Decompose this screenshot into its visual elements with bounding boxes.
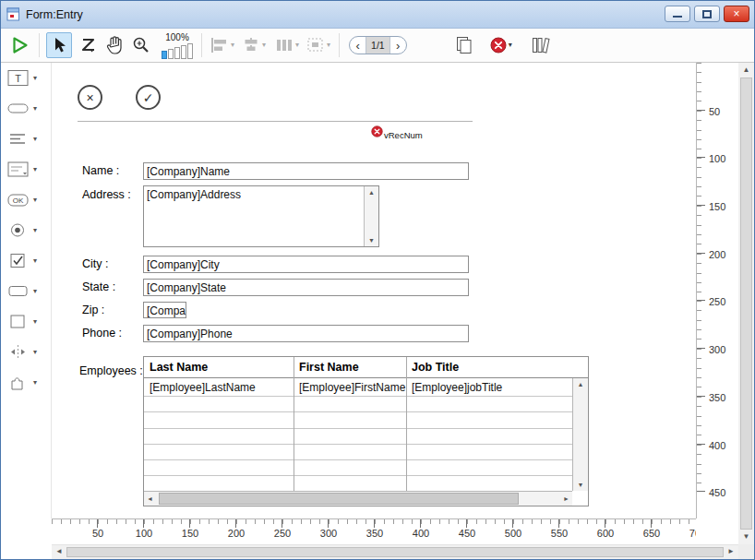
recnum-variable[interactable]: vRecNum [371,125,423,140]
chevron-down-icon[interactable]: ▾ [33,75,37,82]
chevron-down-icon[interactable]: ▾ [33,257,37,265]
scrollbar-thumb[interactable] [740,77,752,530]
listbox-vertical-scrollbar[interactable]: ▲ ▼ [572,378,588,491]
select-tool[interactable] [46,32,72,58]
database-icon [490,37,507,54]
window-vertical-scrollbar[interactable]: ▲ ▼ [738,63,754,544]
field-label-employees: Employees : [79,364,143,377]
checkbox-tool[interactable]: ▾ [1,245,51,276]
chevron-down-icon[interactable]: ▾ [262,42,266,49]
zoom-tool[interactable] [131,35,151,55]
scroll-down-icon[interactable]: ▼ [738,533,754,541]
field-input-phone[interactable]: [Company]Phone [143,325,469,342]
chevron-down-icon[interactable]: ▾ [33,166,37,173]
field-input-name[interactable]: [Company]Name [143,162,469,180]
chevron-down-icon[interactable]: ▾ [33,136,37,143]
zoom-bar-200[interactable] [168,49,174,59]
column-divider[interactable] [294,357,294,491]
chevron-down-icon[interactable]: ▾ [33,318,37,326]
column-header-jobtitle[interactable]: Job Title [406,361,588,374]
cancel-circle-button[interactable]: × [78,85,102,110]
chevron-down-icon[interactable]: ▾ [327,42,330,49]
toolbar-separator [201,33,202,57]
zoom-bar-400[interactable] [174,47,180,59]
chevron-down-icon[interactable]: ▾ [509,42,512,49]
scroll-down-icon[interactable]: ▼ [573,482,588,488]
database-icon [371,125,383,137]
column-header-firstname[interactable]: First Name [294,361,406,374]
splitter-tool[interactable]: ▾ [1,337,51,367]
window-title: Form:Entry [26,8,83,21]
text-input-tool[interactable]: T ▾ [1,63,51,93]
field-input-zip[interactable]: [Compa [143,302,186,318]
form-window-icon[interactable] [6,7,20,21]
chevron-down-icon[interactable]: ▾ [295,42,299,49]
scroll-down-icon[interactable]: ▼ [365,237,378,244]
chevron-down-icon[interactable]: ▾ [33,197,37,204]
field-input-address[interactable]: [Company]Address ▲ ▼ [143,185,379,247]
align-center-tool[interactable]: ▾ [242,37,266,54]
minimize-button[interactable] [665,6,690,22]
toolbar: 100% ▾ ▾ ▾ ▾ ‹ [1,29,754,63]
listbox-horizontal-scrollbar[interactable]: ◄ ► [144,491,572,506]
scroll-up-icon[interactable]: ▲ [738,66,754,74]
close-button[interactable]: × [724,6,749,22]
zoom-bar-800[interactable] [181,45,186,59]
cancel-icon: × [86,90,93,105]
radio-button-tool[interactable]: ▾ [1,215,51,245]
zoom-bar-100[interactable] [162,51,167,59]
maximize-button[interactable] [694,6,720,22]
window-horizontal-scrollbar[interactable]: ◄ ► [52,544,738,559]
object-library-button[interactable] [531,36,553,54]
chevron-down-icon[interactable]: ▾ [231,42,234,49]
scroll-up-icon[interactable]: ▲ [365,189,378,196]
scroll-right-icon[interactable]: ► [563,495,569,502]
zoom-level-control[interactable]: 100% [162,32,193,59]
ok-circle-button[interactable]: ✓ [136,85,161,110]
zoom-bar-1600[interactable] [187,43,193,59]
chevron-down-icon[interactable]: ▾ [33,105,37,113]
zoom-bars-icon[interactable] [162,43,193,59]
combo-box-tool[interactable]: ▾ [1,276,51,306]
separator-line[interactable] [78,121,473,122]
chevron-down-icon[interactable]: ▾ [33,379,37,387]
line-object-tool[interactable]: ▾ [1,93,51,124]
scroll-up-icon[interactable]: ▲ [573,381,588,387]
scroll-left-icon[interactable]: ◄ [147,495,153,502]
form-canvas[interactable]: × ✓ vRecNum Name : [Company]Name Address… [52,63,696,518]
empty-row [144,412,572,428]
column-header-lastname[interactable]: Last Name [144,361,294,374]
button-tool[interactable]: OK ▾ [1,185,51,215]
chevron-down-icon[interactable]: ▾ [33,227,37,234]
chevron-down-icon[interactable]: ▾ [33,288,37,295]
align-center-icon [242,37,260,54]
previous-page-button[interactable]: ‹ [350,38,366,54]
hand-tool[interactable] [105,35,124,55]
scroll-right-icon[interactable]: ► [727,548,735,555]
plugin-area-tool[interactable]: ▾ [1,367,51,398]
scrollbar-thumb[interactable] [159,493,519,505]
vruler-mark: 400 [697,397,738,445]
field-input-city[interactable]: [Company]City [143,256,469,273]
insert-database-object-button[interactable]: ▾ [490,37,512,54]
scroll-left-icon[interactable]: ◄ [55,548,63,555]
chevron-down-icon[interactable]: ▾ [33,349,37,356]
field-object-tool[interactable]: ▾ [1,154,51,185]
run-form-button[interactable] [8,34,30,56]
vruler-mark: 150 [697,158,738,206]
rectangle-tool[interactable]: ▾ [1,306,51,337]
static-text-tool[interactable]: ▾ [1,124,51,154]
field-input-state[interactable]: [Company]State [143,279,469,296]
entry-order-tool[interactable] [79,36,98,54]
address-scrollbar[interactable]: ▲ ▼ [364,186,378,246]
distribute-icon [275,37,294,54]
form-pages-button[interactable] [455,36,473,54]
align-objects-tool[interactable]: ▾ [210,37,234,54]
employees-listbox[interactable]: Last Name First Name Job Title [Employee… [143,356,589,506]
next-page-button[interactable]: › [390,38,406,54]
listbox-row[interactable]: [Employee]LastName [Employee]FirstName [… [144,378,572,397]
scrollbar-thumb[interactable] [66,547,724,557]
distribute-objects-tool[interactable]: ▾ [275,37,299,54]
column-divider[interactable] [406,357,407,491]
duplicate-tool[interactable]: ▾ [306,37,330,54]
